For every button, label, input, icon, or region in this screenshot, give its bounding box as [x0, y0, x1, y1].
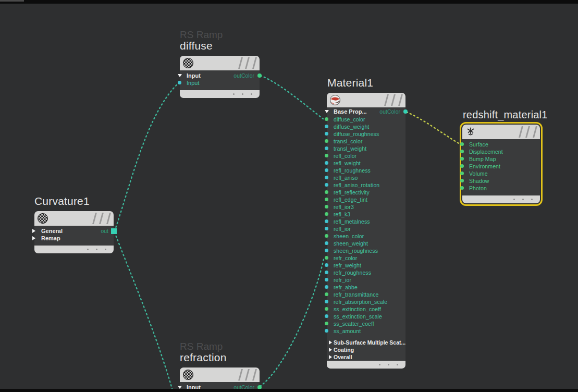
parameter-row[interactable]: refl_ior3 [327, 203, 405, 211]
group-row[interactable]: Coating [327, 346, 405, 353]
node-material1[interactable]: Base Prop... outColor diffuse_color diff… [327, 93, 405, 369]
input-connector[interactable] [325, 198, 328, 201]
input-connector[interactable] [325, 132, 328, 136]
node-flags-bar[interactable] [34, 246, 114, 253]
parameter-row[interactable]: transl_color [327, 138, 405, 145]
parameter-row[interactable]: ss_extinction_coeff [327, 305, 405, 313]
expand-down-icon[interactable] [325, 110, 329, 113]
parameter-row[interactable]: ss_scatter_coeff [327, 320, 405, 327]
group-row[interactable]: Overall [327, 353, 405, 361]
input-connector[interactable] [325, 300, 328, 303]
input-row[interactable]: Bump Map [462, 155, 540, 163]
node-flags-bar[interactable] [462, 195, 540, 203]
input-connector[interactable] [460, 186, 464, 190]
expand-down-icon[interactable] [178, 74, 182, 77]
output-connector[interactable] [257, 74, 262, 78]
expand-right-icon[interactable] [32, 236, 35, 240]
parameter-row[interactable]: ss_amount [327, 327, 405, 335]
wire-refraction-to-material[interactable] [260, 259, 324, 386]
parameter-row[interactable]: refl_metalness [327, 218, 405, 225]
input-connector[interactable] [178, 81, 181, 84]
group-row-general[interactable]: General out [34, 227, 114, 235]
input-row[interactable]: Input [180, 79, 260, 87]
wire-diffuse-to-material[interactable] [261, 76, 323, 119]
group-row[interactable]: Sub-Surface Multiple Scat... [327, 339, 405, 346]
input-row[interactable]: Volume [462, 170, 540, 177]
parameter-row[interactable]: refl_color [327, 152, 405, 160]
node-curvature1[interactable]: General out Remap [34, 211, 114, 253]
parameter-row[interactable]: refl_edge_tint [327, 196, 405, 203]
wire-material-to-redshift[interactable] [407, 112, 460, 144]
input-connector[interactable] [325, 154, 328, 157]
input-row[interactable]: Displacement [462, 148, 540, 155]
input-connector[interactable] [460, 164, 464, 168]
parameter-row[interactable]: refr_weight [327, 262, 405, 269]
base-properties-row[interactable]: Base Prop... outColor [327, 107, 405, 116]
input-connector[interactable] [325, 241, 328, 245]
parameter-row[interactable]: diffuse_color [327, 116, 405, 123]
input-row[interactable]: Photon [462, 185, 540, 192]
input-connector[interactable] [325, 292, 328, 296]
parameter-row[interactable]: refl_weight [327, 160, 405, 167]
expand-right-icon[interactable] [32, 229, 35, 233]
input-connector[interactable] [325, 205, 328, 209]
expand-right-icon[interactable] [329, 355, 332, 359]
parameter-row[interactable]: refr_color [327, 254, 405, 262]
node-header[interactable] [327, 93, 405, 107]
input-connector[interactable] [460, 157, 464, 161]
node-redshift-material1[interactable]: Surface Displacement Bump Map En [462, 125, 540, 203]
input-connector[interactable] [325, 329, 328, 333]
parameter-row[interactable]: refl_aniso [327, 174, 405, 181]
wire-curvature-to-diffuse[interactable] [115, 82, 179, 231]
input-connector[interactable] [460, 179, 464, 182]
parameter-row[interactable]: refl_k3 [327, 211, 405, 218]
parameter-row[interactable]: diffuse_roughness [327, 130, 405, 138]
parameter-row[interactable]: sheen_color [327, 232, 405, 240]
input-row[interactable]: Surface [462, 141, 540, 148]
parameter-row[interactable]: refl_roughness [327, 167, 405, 174]
node-diffuse[interactable]: Input outColor Input [180, 56, 260, 98]
output-connector[interactable] [403, 109, 408, 114]
node-header[interactable] [462, 125, 540, 139]
input-connector[interactable] [325, 249, 328, 252]
input-row[interactable]: Input outColor [180, 72, 260, 79]
parameter-row[interactable]: refl_reflectivity [327, 189, 405, 196]
parameter-row[interactable]: refl_aniso_rotation [327, 181, 405, 189]
input-connector[interactable] [460, 142, 464, 146]
input-connector[interactable] [325, 168, 328, 172]
network-editor-canvas[interactable]: RS Ramp diffuse Curvature1 Material1 red… [0, 0, 578, 392]
input-connector[interactable] [325, 263, 328, 267]
output-connector[interactable] [111, 228, 117, 234]
input-connector[interactable] [325, 314, 328, 318]
node-header[interactable] [180, 368, 260, 382]
input-connector[interactable] [325, 190, 328, 194]
input-connector[interactable] [325, 322, 328, 325]
node-refraction[interactable]: Input outColor [180, 368, 260, 392]
input-connector[interactable] [325, 256, 328, 260]
input-row[interactable]: Environment [462, 163, 540, 170]
node-flags-bar[interactable] [327, 361, 405, 369]
parameter-row[interactable]: refr_roughness [327, 269, 405, 276]
input-connector[interactable] [325, 285, 328, 289]
node-header[interactable] [180, 56, 260, 70]
input-connector[interactable] [325, 278, 328, 281]
input-connector[interactable] [325, 161, 328, 165]
parameter-row[interactable]: refl_ior [327, 225, 405, 232]
expand-right-icon[interactable] [329, 348, 332, 352]
parameter-row[interactable]: refr_abbe [327, 284, 405, 291]
parameter-row[interactable]: refr_ior [327, 276, 405, 284]
parameter-row[interactable]: ss_extinction_scale [327, 313, 405, 320]
expand-right-icon[interactable] [329, 340, 332, 345]
input-connector[interactable] [325, 212, 328, 216]
input-connector[interactable] [325, 183, 328, 187]
parameter-row[interactable]: diffuse_weight [327, 123, 405, 130]
parameter-row[interactable]: refr_absorption_scale [327, 298, 405, 305]
input-connector[interactable] [325, 219, 328, 223]
input-connector[interactable] [325, 176, 328, 179]
node-header[interactable] [34, 211, 114, 226]
input-connector[interactable] [325, 234, 328, 238]
parameter-row[interactable]: refr_transmittance [327, 291, 405, 298]
input-connector[interactable] [325, 271, 328, 274]
node-flags-bar[interactable] [180, 90, 260, 98]
group-row-remap[interactable]: Remap [34, 235, 114, 242]
